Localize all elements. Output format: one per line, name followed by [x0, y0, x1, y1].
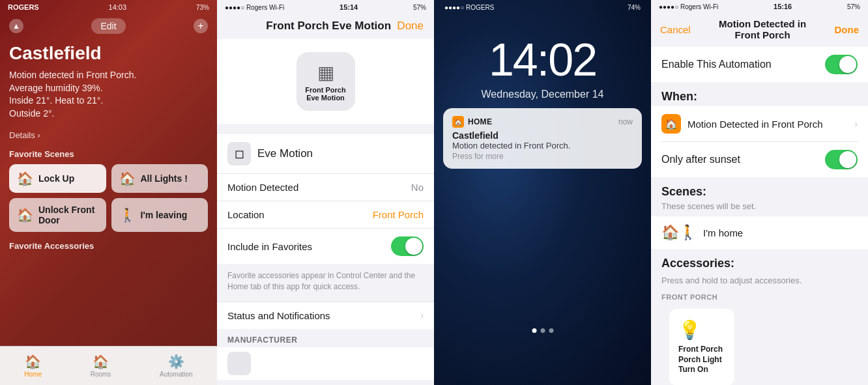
unlock-label: Unlock Front Door: [38, 205, 98, 225]
notification-card[interactable]: 🏠 HOME now Castlefield Motion detected i…: [443, 108, 642, 169]
tab-rooms[interactable]: 🏠 Rooms: [84, 350, 118, 382]
favorites-toggle[interactable]: [391, 236, 424, 256]
status-notif-label: Status and Notifications: [227, 310, 330, 321]
status-notif-row[interactable]: Status and Notifications ›: [217, 302, 434, 329]
home-tab-icon: 🏠: [25, 354, 41, 369]
edit-button[interactable]: Edit: [91, 18, 125, 34]
lock-up-icon: 🏠: [17, 171, 33, 186]
automation-header: Cancel Motion Detected in Front Porch Do…: [651, 13, 868, 47]
time-home: 14:03: [109, 3, 127, 11]
motion-when-left: 🏠 Motion Detected in Front Porch: [661, 114, 823, 134]
when-label: When:: [651, 83, 868, 106]
motion-when-icon: 🏠: [661, 114, 681, 134]
eve-done-button[interactable]: Done: [397, 20, 424, 33]
scene-lock-up[interactable]: 🏠 Lock Up: [9, 164, 106, 193]
device-icon: ▦: [317, 62, 334, 83]
location-label: Location: [227, 209, 265, 220]
accessories-label: Accessories:: [651, 250, 868, 273]
notif-app-name: HOME: [468, 117, 492, 126]
eve-motion-row: ◻ Eve Motion: [217, 134, 434, 173]
manufacturer-header: MANUFACTURER: [217, 330, 434, 347]
automation-tab-icon: ⚙️: [168, 354, 184, 369]
carrier-home: ROGERS: [8, 3, 39, 11]
carrier-automation: ●●●●○ Rogers Wi-Fi: [659, 3, 718, 10]
motion-detected-label: Motion Detected: [227, 182, 298, 193]
location-row[interactable]: Location Front Porch: [217, 201, 434, 229]
tab-home[interactable]: 🏠 Home: [18, 350, 48, 382]
automation-tab-label: Automation: [160, 371, 193, 378]
details-link[interactable]: Details: [9, 130, 208, 140]
notif-app-info: 🏠 HOME: [452, 116, 492, 128]
accessories-grid: 💡 Front PorchPorch LightTurn On: [651, 304, 868, 385]
cancel-button[interactable]: Cancel: [660, 24, 691, 35]
lock-time-container: 14:02: [434, 14, 651, 89]
automation-done-button[interactable]: Done: [834, 24, 859, 35]
im-home-icon: 🏠🚶: [661, 224, 697, 241]
device-card: ▦ Front PorchEve Motion: [217, 39, 434, 124]
scenes-section: 🏠🚶 I'm home: [651, 216, 868, 249]
favorite-accessories-title: Favorite Accessories: [9, 241, 208, 251]
scenes-label: Scenes:: [651, 178, 868, 201]
when-section: 🏠 Motion Detected in Front Porch › Only …: [651, 106, 868, 177]
front-porch-section-label: FRONT PORCH: [651, 289, 868, 304]
status-bar-automation: ●●●●○ Rogers Wi-Fi 15:16 57%: [651, 0, 868, 13]
favorites-hint: Favorite accessories appear in Control C…: [217, 265, 434, 302]
time-automation: 15:16: [774, 3, 792, 10]
lock-battery: 74%: [628, 4, 641, 11]
scene-all-lights[interactable]: 🏠 All Lights !: [111, 164, 209, 193]
sunset-toggle[interactable]: [825, 150, 858, 169]
eve-title: Front Porch Eve Motion: [266, 20, 391, 33]
motion-detected-when-row[interactable]: 🏠 Motion Detected in Front Porch ›: [651, 106, 868, 141]
eve-header: Front Porch Eve Motion Done: [217, 14, 434, 39]
sunset-row: Only after sunset: [651, 142, 868, 177]
enable-toggle[interactable]: [825, 55, 858, 74]
scenes-grid: 🏠 Lock Up 🏠 All Lights ! 🏠 Unlock Front …: [9, 164, 208, 232]
tab-automation[interactable]: ⚙️ Automation: [153, 350, 199, 382]
accessories-sublabel: Press and hold to adjust accessories.: [651, 273, 868, 289]
device-name: Front PorchEve Motion: [305, 86, 345, 102]
page-dots: [532, 328, 553, 333]
porch-light-card[interactable]: 💡 Front PorchPorch LightTurn On: [669, 309, 734, 385]
status-notif-chevron: ›: [420, 310, 424, 321]
lock-date: Wednesday, December 14: [434, 89, 651, 100]
location-icon[interactable]: ▲: [9, 19, 23, 33]
dot-1: [532, 328, 536, 333]
eve-sensor-icon: ◻: [227, 142, 251, 165]
notif-body: Motion detected in Front Porch.: [452, 141, 633, 150]
enable-row: Enable This Automation: [651, 47, 868, 82]
add-button[interactable]: +: [194, 19, 208, 33]
lock-time-display: 14:02: [434, 34, 651, 86]
notif-title: Castlefield: [452, 130, 633, 141]
home-content: Castlefield Motion detected in Front Por…: [0, 36, 217, 263]
im-home-row[interactable]: 🏠🚶 I'm home: [651, 216, 868, 249]
enable-section: Enable This Automation: [651, 47, 868, 82]
scene-unlock-front-door[interactable]: 🏠 Unlock Front Door: [9, 198, 106, 232]
motion-chevron: ›: [854, 119, 858, 129]
porch-light-icon: 💡: [678, 319, 701, 341]
notif-time: now: [618, 117, 633, 126]
notif-app-icon: 🏠: [452, 116, 464, 128]
eve-sensor-name: Eve Motion: [257, 147, 313, 160]
lock-carrier: ●●●●○ ROGERS: [444, 4, 494, 11]
status-bar-eve: ●●●●○ Rogers Wi-Fi 15:14 57%: [217, 0, 434, 14]
manufacturer-icon: [227, 352, 251, 375]
im-home-text: I'm home: [703, 227, 743, 238]
leaving-label: I'm leaving: [141, 210, 188, 220]
manufacturer-row: [217, 347, 434, 380]
time-eve: 15:14: [340, 3, 358, 11]
lock-up-label: Lock Up: [38, 173, 74, 184]
all-lights-icon: 🏠: [119, 171, 136, 186]
porch-light-name: Front PorchPorch LightTurn On: [678, 345, 723, 375]
favorites-row: Include in Favorites: [217, 229, 434, 264]
panel-eve-motion: ●●●●○ Rogers Wi-Fi 15:14 57% Front Porch…: [217, 0, 434, 385]
motion-detected-row: Motion Detected No: [217, 174, 434, 201]
battery-automation: 57%: [847, 3, 860, 10]
unlock-icon: 🏠: [17, 207, 33, 223]
tab-bar: 🏠 Home 🏠 Rooms ⚙️ Automation: [0, 346, 217, 385]
notif-more: Press for more: [452, 152, 633, 161]
device-icon-box: ▦ Front PorchEve Motion: [297, 52, 355, 111]
scene-leaving[interactable]: 🚶 I'm leaving: [111, 198, 209, 232]
home-header: ▲ Edit +: [0, 14, 217, 36]
rooms-tab-icon: 🏠: [93, 354, 109, 369]
lock-status-bar: ●●●●○ ROGERS 74%: [434, 0, 651, 14]
